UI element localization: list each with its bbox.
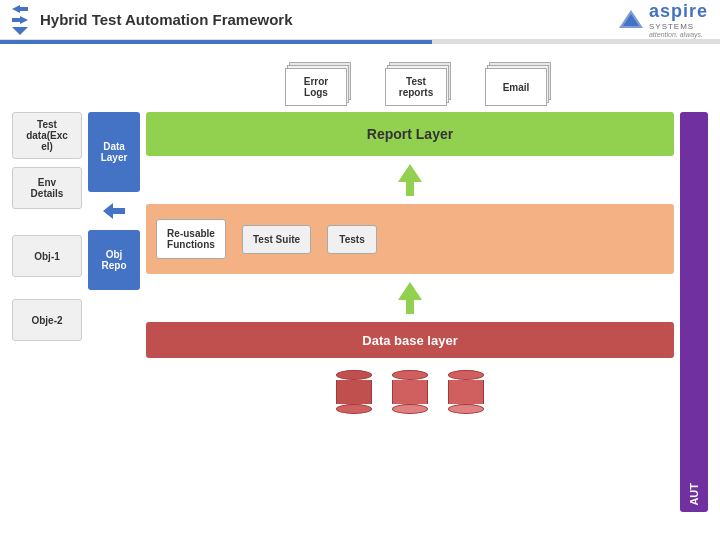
data-layer-box: DataLayer [88, 112, 140, 192]
cyl-2-top [392, 370, 428, 380]
logo: aspire SYSTEMS attention. always. [617, 1, 708, 38]
orange-functions-box: Re-usableFunctions Test Suite Tests [146, 204, 674, 274]
cyl-2-bottom [392, 404, 428, 414]
obj-1-box: Obj-1 [12, 235, 82, 277]
cylinder-2 [392, 370, 428, 414]
test-data-box: Testdata(Excel) [12, 112, 82, 159]
arrow-up-db-icon [398, 282, 422, 300]
main-layout: Testdata(Excel) EnvDetails Obj-1 Obje-2 … [8, 112, 712, 512]
down-arrow-icon[interactable] [12, 27, 28, 35]
svg-marker-0 [12, 5, 20, 13]
env-details-box: EnvDetails [12, 167, 82, 209]
svg-marker-2 [20, 16, 28, 24]
logo-sub: SYSTEMS [649, 22, 708, 31]
forward-arrow-icon[interactable] [12, 16, 28, 24]
center-column: Report Layer Re-usableFunctions Test Sui… [146, 112, 674, 414]
obje-2-box: Obje-2 [12, 299, 82, 341]
obj-repo-box: ObjRepo [88, 230, 140, 290]
svg-marker-4 [12, 27, 28, 35]
email-card-front: Email [485, 68, 547, 106]
top-docs-section: ErrorLogs Testreports Email [8, 62, 712, 106]
cyl-3-bottom [448, 404, 484, 414]
arrow-up-icon [398, 164, 422, 182]
svg-marker-5 [103, 203, 113, 219]
blue-column: DataLayer ObjRepo [88, 112, 140, 290]
page-title: Hybrid Test Automation Framework [40, 11, 617, 28]
logo-icon [617, 8, 645, 32]
report-arrow [146, 164, 674, 196]
report-layer-bar: Report Layer [146, 112, 674, 156]
re-usable-functions-box: Re-usableFunctions [156, 219, 226, 259]
cyl-1-body [336, 380, 372, 404]
main-content: ErrorLogs Testreports Email Testdata(Exc… [0, 44, 720, 540]
svg-rect-6 [113, 208, 125, 214]
error-logs-card-front: ErrorLogs [285, 68, 347, 106]
db-cylinders [146, 370, 674, 414]
left-arrow-icon [103, 203, 125, 219]
cyl-3-top [448, 370, 484, 380]
error-logs-stack: ErrorLogs [285, 62, 355, 106]
cylinder-1 [336, 370, 372, 414]
left-column: Testdata(Excel) EnvDetails Obj-1 Obje-2 [12, 112, 82, 341]
cyl-3-body [448, 380, 484, 404]
logo-brand: aspire [649, 1, 708, 22]
back-arrow-icon[interactable] [12, 5, 28, 13]
test-suite-box: Test Suite [242, 225, 311, 254]
navigation-arrows[interactable] [12, 5, 28, 35]
svg-rect-3 [12, 18, 20, 22]
svg-rect-1 [20, 7, 28, 11]
arrow-stem-db [406, 300, 414, 314]
test-reports-stack: Testreports [385, 62, 455, 106]
aut-bar: AUT [680, 112, 708, 512]
cyl-2-body [392, 380, 428, 404]
test-reports-card-front: Testreports [385, 68, 447, 106]
email-stack: Email [485, 62, 555, 106]
arrow-stem [406, 182, 414, 196]
cylinder-3 [448, 370, 484, 414]
tests-box: Tests [327, 225, 377, 254]
logo-tagline: attention. always. [649, 31, 708, 38]
cyl-1-bottom [336, 404, 372, 414]
database-layer-bar: Data base layer [146, 322, 674, 358]
db-arrow [146, 282, 674, 314]
aut-label: AUT [688, 483, 700, 506]
cyl-1-top [336, 370, 372, 380]
header: Hybrid Test Automation Framework aspire … [0, 0, 720, 40]
